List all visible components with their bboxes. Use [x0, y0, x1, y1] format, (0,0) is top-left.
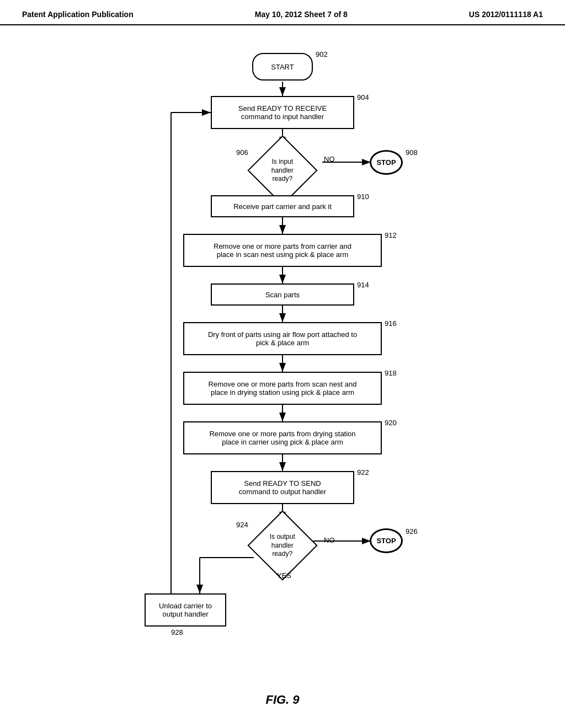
label-912: 912 [385, 231, 397, 239]
label-916: 916 [385, 319, 397, 328]
label-926: 926 [406, 527, 418, 536]
label-922: 922 [357, 468, 369, 477]
node-916: Dry front of parts using air flow port a… [183, 322, 382, 355]
node-914: Scan parts [211, 283, 354, 306]
no-label-924: NO [324, 536, 335, 544]
node-910: Receive part carrier and park it [211, 195, 354, 217]
label-924: 924 [236, 521, 248, 529]
label-904: 904 [357, 93, 369, 101]
node-922: Send READY TO SEND command to output han… [211, 471, 354, 504]
label-918: 918 [385, 369, 397, 377]
header-right: US 2012/0111118 A1 [469, 10, 543, 19]
node-918: Remove one or more parts from scan nest … [183, 372, 382, 405]
start-node: START [252, 53, 313, 81]
node-928: Unload carrier to output handler [145, 593, 226, 627]
flowchart-container: START 902 Send READY TO RECEIVE command … [89, 42, 476, 682]
label-928: 928 [171, 628, 183, 636]
node-926: STOP [370, 528, 403, 553]
label-914: 914 [357, 281, 369, 289]
node-920: Remove one or more parts from drying sta… [183, 421, 382, 454]
page-header: Patent Application Publication May 10, 2… [0, 0, 565, 25]
node-912: Remove one or more parts from carrier an… [183, 234, 382, 267]
node-904: Send READY TO RECEIVE command to input h… [211, 96, 354, 129]
header-left: Patent Application Publication [22, 10, 134, 19]
figure-caption: FIG. 9 [0, 693, 565, 707]
no-label-906: NO [324, 155, 335, 163]
header-middle: May 10, 2012 Sheet 7 of 8 [255, 10, 348, 19]
label-906: 906 [236, 148, 248, 157]
label-902: 902 [316, 50, 328, 58]
node-924: Is output handler ready? [247, 510, 317, 580]
label-920: 920 [385, 419, 397, 427]
label-910: 910 [357, 192, 369, 201]
main-content: START 902 Send READY TO RECEIVE command … [0, 25, 565, 728]
label-908: 908 [406, 148, 418, 157]
node-908: STOP [370, 150, 403, 175]
yes-label-924: YES [277, 571, 291, 580]
